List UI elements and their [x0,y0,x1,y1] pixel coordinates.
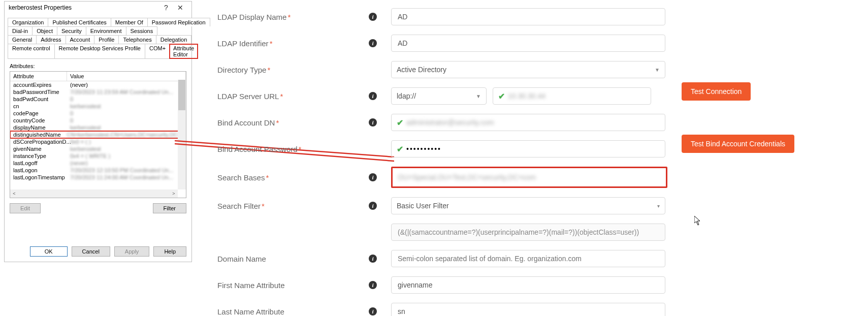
tab-delegation[interactable]: Delegation [156,35,192,44]
help-button[interactable]: Help [153,246,186,257]
info-icon[interactable]: i [369,92,377,100]
ldap-display-name-input[interactable] [391,8,665,25]
attribute-value: kerberostest [67,146,186,152]
attribute-name: lastLogoff [10,160,67,166]
tab-profile[interactable]: Profile [94,35,119,44]
ldap-server-url-label: LDAP Server URL* [217,92,369,101]
attribute-value: 0x0 = ( ) [67,139,186,145]
ldap-identifier-label: LDAP Identifier* [217,39,369,48]
bind-dn-input[interactable]: ✔ administrator@security.com [391,114,665,131]
tab-environment[interactable]: Environment [86,26,126,35]
attribute-value: (never) [67,82,186,88]
first-name-attr-label: First Name Attribute [217,281,369,290]
tab-object[interactable]: Object [32,26,57,35]
tab-member-of[interactable]: Member Of [111,18,148,26]
attribute-row[interactable]: displayNamekerberostest [10,124,186,131]
info-icon[interactable]: i [369,118,377,127]
tab-organization[interactable]: Organization [8,18,48,26]
test-connection-button[interactable]: Test Connection [682,82,751,101]
attribute-row[interactable]: countryCode0 [10,117,186,124]
attribute-row[interactable]: instanceType0x4 = ( WRITE ) [10,152,186,160]
tab-attribute-editor[interactable]: Attribute Editor [169,44,198,59]
column-attribute[interactable]: Attribute [10,72,67,81]
attribute-row[interactable]: lastLogonTimestamp7/20/2023 11:24:00 AM … [10,174,186,181]
ldap-identifier-input[interactable] [391,35,665,52]
titlebar: kerberostest Properties ? ✕ [5,2,191,14]
last-name-attr-label: Last Name Attribute [217,307,369,316]
properties-dialog: kerberostest Properties ? ✕ Organization… [4,1,192,262]
tab-sessions[interactable]: Sessions [126,26,158,35]
search-filter-expr-input[interactable] [391,224,665,241]
attribute-name: codePage [10,110,67,116]
tab-telephones[interactable]: Telephones [118,35,156,44]
attribute-row[interactable]: lastLogoff(never) [10,160,186,167]
search-filter-select[interactable]: Basic User Filter▾ [391,197,665,214]
directory-type-select[interactable]: Active Directory▼ [391,61,665,78]
check-icon: ✔ [397,118,403,128]
chevron-down-icon: ▼ [655,67,660,73]
tab-general[interactable]: General [8,35,37,44]
edit-button[interactable]: Edit [10,203,41,213]
last-name-attr-input[interactable] [391,303,665,316]
attribute-row[interactable]: badPasswordTime7/20/2023 11:23:59 AM Coo… [10,88,186,96]
attribute-row[interactable]: cnkerberostest [10,103,186,110]
tab-published-certificates[interactable]: Published Certificates [48,18,111,26]
search-bases-input[interactable]: OU=Special,OU=Test,DC=security,DC=com [391,167,667,188]
info-icon[interactable]: i [369,13,377,21]
attribute-row[interactable]: lastLogon7/20/2023 12:10:50 PM Coordinat… [10,167,186,174]
caret-down-icon: ▾ [657,203,660,209]
ldap-scheme-select[interactable]: ldap://▼ [391,87,487,105]
attribute-value: 0x4 = ( WRITE ) [67,153,186,159]
tab-com-plus[interactable]: COM+ [145,44,170,59]
column-value[interactable]: Value [67,72,186,81]
bind-pw-label: Bind Account Password* [217,145,369,153]
domain-name-input[interactable] [391,250,665,267]
scroll-left-icon[interactable]: < [10,191,18,196]
attribute-value: 7/20/2023 11:23:59 AM Coordinated Un... [67,89,186,95]
attribute-name: instanceType [10,153,67,159]
apply-button[interactable]: Apply [114,246,150,257]
attribute-row[interactable]: distinguishedNameCN=kerberostest,CN=User… [10,131,186,138]
bind-pw-input[interactable]: ✔ •••••••••• [391,140,665,157]
scrollbar-thumb[interactable] [178,80,185,110]
attribute-value: kerberostest [67,103,186,109]
close-icon[interactable]: ✕ [173,4,187,12]
info-icon[interactable]: i [369,307,377,315]
tab-security[interactable]: Security [57,26,86,35]
attribute-row[interactable]: accountExpires(never) [10,81,186,88]
info-icon[interactable]: i [369,173,377,181]
attributes-listbox[interactable]: Attribute Value accountExpires(never)bad… [10,71,186,198]
attribute-row[interactable]: badPwdCount0 [10,96,186,103]
tab-strip: Organization Published Certificates Memb… [8,18,188,59]
ldap-display-name-label: LDAP Display Name* [217,13,369,21]
attribute-value: (never) [67,160,186,166]
tab-remote-desktop-services-profile[interactable]: Remote Desktop Services Profile [54,44,145,59]
filter-button[interactable]: Filter [153,203,186,213]
ok-button[interactable]: OK [30,246,68,257]
tab-password-replication[interactable]: Password Replication [147,18,210,26]
attribute-row[interactable]: givenNamekerberostest [10,145,186,152]
tab-account[interactable]: Account [66,35,95,44]
vertical-scrollbar[interactable] [178,80,186,189]
scroll-right-icon[interactable]: > [170,191,178,196]
info-icon[interactable]: i [369,255,377,263]
attribute-row[interactable]: codePage0 [10,110,186,117]
info-icon[interactable]: i [369,202,377,210]
info-icon[interactable]: i [369,281,377,289]
horizontal-scrollbar[interactable]: < > [10,189,178,198]
ldap-config-form: LDAP Display Name* i LDAP Identifier* i … [217,8,807,316]
attribute-name: accountExpires [10,82,67,88]
attribute-name: badPasswordTime [10,89,67,95]
list-header: Attribute Value [10,72,186,81]
attribute-value: 7/20/2023 11:24:00 AM Coordinated Un... [67,174,186,180]
tab-address[interactable]: Address [36,35,66,44]
tab-dial-in[interactable]: Dial-in [8,26,33,35]
test-bind-button[interactable]: Test Bind Account Credentials [682,135,794,153]
help-icon[interactable]: ? [159,4,173,12]
attribute-row[interactable]: dSCorePropagationD...0x0 = ( ) [10,138,186,145]
first-name-attr-input[interactable] [391,276,665,294]
ldap-host-input[interactable]: ✔ 10.30.30.44 [493,87,651,105]
info-icon[interactable]: i [369,39,377,47]
cancel-button[interactable]: Cancel [72,246,110,257]
tab-remote-control[interactable]: Remote control [8,44,55,59]
